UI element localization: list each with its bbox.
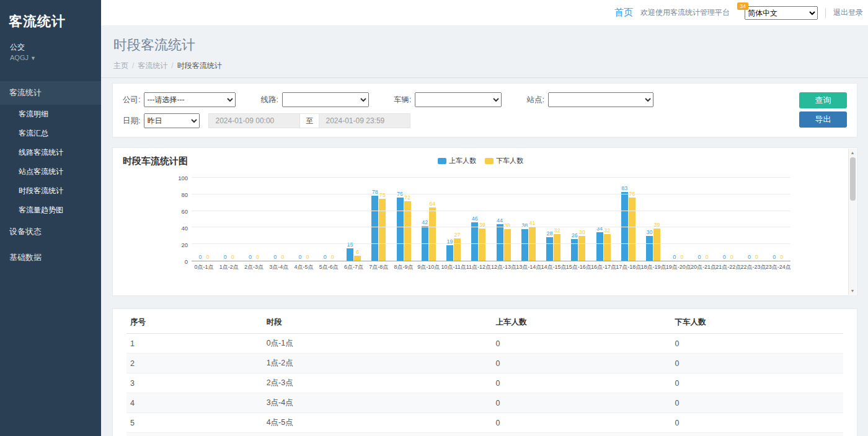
org-selector[interactable]: AQGJ▼ xyxy=(10,54,91,61)
bar: 30 xyxy=(646,236,653,261)
company-select[interactable]: ---请选择--- xyxy=(144,92,236,107)
scroll-down-icon[interactable]: ▼ xyxy=(849,287,856,295)
bar-group: 00 xyxy=(242,178,267,261)
data-table: 序号时段上车人数下车人数 10点-1点0021点-2点0032点-3点0043点… xyxy=(126,312,843,436)
date-range-group: 2024-01-09 00:00 至 2024-01-09 23:59 xyxy=(208,113,410,128)
bar-group: 1927 xyxy=(441,178,466,261)
x-tick-label: 23点-24点 xyxy=(766,263,790,271)
y-tick-label: 100 xyxy=(178,175,188,181)
bar-value-label: 28 xyxy=(547,230,553,237)
bar: 30 xyxy=(578,236,585,261)
bar: 44 xyxy=(497,224,503,261)
station-filter: 站点: xyxy=(526,92,653,107)
gridline xyxy=(192,211,790,211)
breadcrumb-item[interactable]: 客流统计 xyxy=(138,61,167,70)
x-tick-label: 7点-8点 xyxy=(366,263,391,271)
scrollbar-thumb[interactable] xyxy=(850,157,856,201)
bar: 6 xyxy=(354,256,361,261)
table-column-header: 下车人数 xyxy=(671,312,843,334)
line-filter: 线路: xyxy=(260,92,368,107)
home-link[interactable]: 首页 xyxy=(614,7,633,19)
x-tick-label: 10点-11点 xyxy=(441,263,466,271)
bar: 39 xyxy=(479,229,485,261)
x-tick-label: 19点-20点 xyxy=(666,263,691,271)
table-cell: 4 xyxy=(126,393,263,413)
bar-group: 156 xyxy=(342,178,366,261)
table-cell: 6 xyxy=(126,433,263,436)
x-tick-label: 20点-21点 xyxy=(691,263,715,271)
bar-value-label: 6 xyxy=(356,249,359,255)
sidebar-item-线路客流统计[interactable]: 线路客流统计 xyxy=(0,143,101,162)
breadcrumb-item[interactable]: 主页 xyxy=(113,61,128,70)
table-cell: 0 xyxy=(492,373,671,393)
bar-value-label: 0 xyxy=(755,254,758,260)
sidebar-item-客流统计[interactable]: 客流统计 xyxy=(0,81,101,105)
table-header-row: 序号时段上车人数下车人数 xyxy=(126,312,843,334)
export-button[interactable]: 导出 xyxy=(799,111,847,128)
sidebar-item-设备状态[interactable]: 设备状态 xyxy=(0,220,101,243)
legend-item[interactable]: 上车人数 xyxy=(438,156,476,165)
bar-value-label: 75 xyxy=(379,192,386,198)
sidebar-item-站点客流统计[interactable]: 站点客流统计 xyxy=(0,162,101,181)
bar-group: 00 xyxy=(666,178,691,261)
sidebar-item-客流量趋势图[interactable]: 客流量趋势图 xyxy=(0,201,101,220)
scroll-up-icon[interactable]: ▲ xyxy=(849,149,856,157)
y-tick-label: 20 xyxy=(181,242,188,248)
bar-value-label: 42 xyxy=(422,219,428,225)
table-cell: 0点-1点 xyxy=(263,334,492,354)
x-tick-label: 1点-2点 xyxy=(216,263,241,271)
language-select[interactable]: 简体中文 xyxy=(745,6,818,20)
legend-item[interactable]: 下车人数 xyxy=(485,156,523,165)
query-button[interactable]: 查询 xyxy=(799,92,847,108)
bar-value-label: 83 xyxy=(621,185,627,191)
filter-row-1: 公司: ---请选择--- 线路: 车辆: 站点: xyxy=(123,92,847,107)
line-select[interactable] xyxy=(282,92,369,107)
table-row: 65点-6点00 xyxy=(126,433,843,436)
date-end-input[interactable]: 2024-01-09 23:59 xyxy=(319,113,410,128)
x-tick-label: 0点-1点 xyxy=(192,263,216,271)
sidebar-item-客流明细[interactable]: 客流明细 xyxy=(0,105,101,124)
table-cell: 0 xyxy=(671,433,843,436)
vehicle-select[interactable] xyxy=(415,92,502,107)
table-row: 43点-4点00 xyxy=(126,393,843,413)
bar-value-label: 0 xyxy=(706,254,709,260)
page-head: 时段客流统计 主页/客流统计/时段客流统计 xyxy=(101,26,868,78)
company-label: 公司: xyxy=(123,95,140,105)
welcome-text: 欢迎使用客流统计管理平台 xyxy=(640,7,730,18)
x-tick-label: 5点-6点 xyxy=(316,263,341,271)
gridline xyxy=(192,177,790,178)
gridline xyxy=(192,227,790,227)
y-tick-label: 40 xyxy=(181,225,188,232)
bar-value-label: 0 xyxy=(698,254,701,260)
date-preset-select[interactable]: 昨日 xyxy=(144,113,200,128)
logout-link[interactable]: 退出登录 xyxy=(833,7,863,18)
x-tick-label: 13点-14点 xyxy=(516,263,541,271)
chart-scrollbar[interactable]: ▲ ▼ xyxy=(848,149,856,295)
bar-group: 7672 xyxy=(391,178,416,261)
table-cell: 1点-2点 xyxy=(263,354,492,373)
x-tick-label: 8点-9点 xyxy=(391,263,416,271)
legend-label: 上车人数 xyxy=(449,156,476,165)
line-label: 线路: xyxy=(260,95,278,105)
bar-value-label: 0 xyxy=(723,254,726,260)
x-tick-label: 16点-17点 xyxy=(591,263,616,271)
date-start-input[interactable]: 2024-01-09 00:00 xyxy=(208,113,300,128)
sidebar-item-时段客流统计[interactable]: 时段客流统计 xyxy=(0,181,101,201)
bar-value-label: 0 xyxy=(273,254,277,260)
vehicle-label: 车辆: xyxy=(394,95,411,105)
y-tick-label: 80 xyxy=(181,191,188,198)
legend-swatch-icon xyxy=(438,158,446,164)
table-cell: 0 xyxy=(492,393,671,413)
table-cell: 0 xyxy=(492,413,671,433)
bar: 32 xyxy=(604,234,611,261)
table-cell: 2 xyxy=(126,354,263,373)
org-name: 公交 xyxy=(10,42,91,53)
legend-label: 下车人数 xyxy=(496,156,523,165)
filter-panel: 公司: ---请选择--- 线路: 车辆: 站点: 日期: xyxy=(112,83,857,137)
breadcrumb: 主页/客流统计/时段客流统计 xyxy=(113,61,856,71)
table-cell: 5 xyxy=(126,413,263,433)
station-select[interactable] xyxy=(548,92,653,107)
bar-value-label: 64 xyxy=(429,201,435,207)
sidebar-item-基础数据[interactable]: 基础数据 xyxy=(0,246,101,269)
sidebar-item-客流汇总[interactable]: 客流汇总 xyxy=(0,124,101,143)
